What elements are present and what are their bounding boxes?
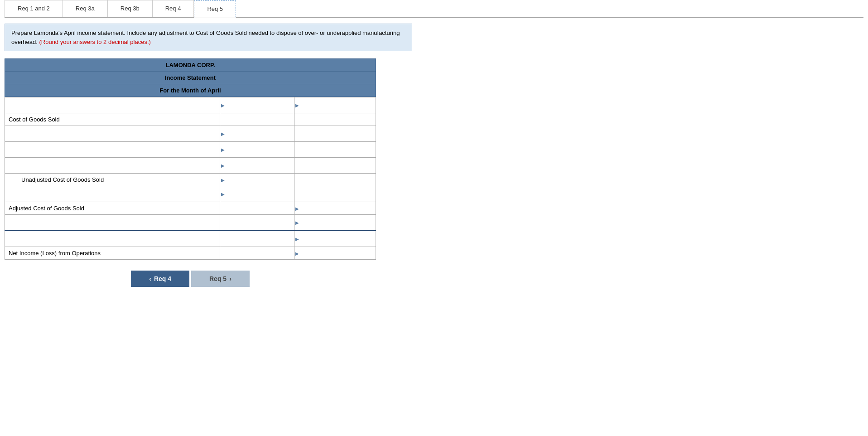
table-row	[5, 215, 376, 231]
tab-req4[interactable]: Req 4	[153, 0, 194, 17]
label-input-row7[interactable]	[9, 188, 216, 200]
right-cell-row1[interactable]	[294, 97, 376, 113]
tab-req12[interactable]: Req 1 and 2	[5, 0, 63, 17]
right-input-row9[interactable]	[294, 215, 376, 230]
mid-cell-row1[interactable]	[220, 97, 294, 113]
label-input-row4[interactable]	[9, 144, 216, 155]
mid-cell-row5[interactable]	[220, 158, 294, 174]
next-button-label: Req 5	[209, 275, 227, 282]
right-input-row4[interactable]	[294, 142, 376, 157]
mid-input-row6[interactable]	[220, 174, 294, 186]
mid-input-row2[interactable]	[220, 113, 294, 126]
label-input-row3[interactable]	[9, 128, 216, 140]
label-input-row1[interactable]	[9, 99, 216, 111]
table-row	[5, 97, 376, 113]
tabs-container: Req 1 and 2Req 3aReq 3bReq 4Req 5	[5, 0, 863, 18]
statement-header: LAMONDA CORP. Income Statement For the M…	[5, 58, 376, 97]
table-row: Adjusted Cost of Goods Sold	[5, 202, 376, 215]
table-row	[5, 126, 376, 142]
instruction-note: (Round your answers to 2 decimal places.…	[39, 39, 150, 45]
row-label-row4	[5, 142, 220, 158]
mid-cell-row10[interactable]	[220, 231, 294, 247]
table-row	[5, 231, 376, 247]
row-label-row7	[5, 186, 220, 202]
mid-input-row1[interactable]	[220, 97, 294, 113]
instruction-box: Prepare Lamonda's April income statement…	[5, 24, 412, 51]
right-input-row7[interactable]	[294, 186, 376, 202]
right-input-row3[interactable]	[294, 126, 376, 141]
mid-cell-row4[interactable]	[220, 142, 294, 158]
table-row	[5, 186, 376, 202]
row-label-row1	[5, 97, 220, 113]
right-input-row2[interactable]	[294, 113, 376, 126]
right-cell-row4[interactable]	[294, 142, 376, 158]
statement-title2: Income Statement	[5, 72, 376, 84]
mid-cell-row3[interactable]	[220, 126, 294, 142]
right-input-row5[interactable]	[294, 158, 376, 173]
row-label-row8: Adjusted Cost of Goods Sold	[5, 202, 220, 215]
row-label-row3	[5, 126, 220, 142]
mid-input-row4[interactable]	[220, 142, 294, 157]
row-label-row2: Cost of Goods Sold	[5, 113, 220, 126]
table-row: Cost of Goods Sold	[5, 113, 376, 126]
right-cell-row5[interactable]	[294, 158, 376, 174]
nav-buttons: ‹ Req 4 Req 5 ›	[5, 271, 376, 287]
statement-title3: For the Month of April	[5, 84, 376, 97]
prev-arrow-icon: ‹	[149, 275, 151, 282]
label-input-row5[interactable]	[9, 160, 216, 171]
next-button[interactable]: Req 5 ›	[191, 271, 250, 287]
mid-input-row3[interactable]	[220, 126, 294, 141]
mid-cell-row6[interactable]	[220, 174, 294, 186]
row-label-row9	[5, 215, 220, 231]
tab-req5[interactable]: Req 5	[194, 0, 236, 18]
right-cell-row10[interactable]	[294, 231, 376, 247]
mid-cell-row8[interactable]	[220, 202, 294, 215]
right-input-row6[interactable]	[294, 174, 376, 186]
right-input-row8[interactable]	[294, 202, 376, 214]
right-cell-row6[interactable]	[294, 174, 376, 186]
statement-wrapper: LAMONDA CORP. Income Statement For the M…	[5, 58, 376, 260]
right-cell-row11[interactable]	[294, 247, 376, 260]
right-cell-row8[interactable]	[294, 202, 376, 215]
mid-input-row8[interactable]	[220, 202, 294, 214]
prev-button[interactable]: ‹ Req 4	[131, 271, 189, 287]
label-input-row9[interactable]	[9, 217, 216, 228]
mid-cell-row11[interactable]	[220, 247, 294, 260]
mid-cell-row2[interactable]	[220, 113, 294, 126]
right-cell-row2[interactable]	[294, 113, 376, 126]
mid-input-row9[interactable]	[220, 215, 294, 230]
table-row	[5, 158, 376, 174]
mid-input-row10[interactable]	[220, 231, 294, 247]
mid-input-row5[interactable]	[220, 158, 294, 173]
right-cell-row9[interactable]	[294, 215, 376, 231]
mid-input-row7[interactable]	[220, 186, 294, 202]
table-row: Net Income (Loss) from Operations	[5, 247, 376, 260]
mid-cell-row9[interactable]	[220, 215, 294, 231]
right-input-row1[interactable]	[294, 97, 376, 113]
right-input-row11[interactable]	[294, 247, 376, 259]
income-statement-table: Cost of Goods SoldUnadjusted Cost of Goo…	[5, 97, 376, 260]
mid-input-row11[interactable]	[220, 247, 294, 259]
right-input-row10[interactable]	[294, 231, 376, 247]
row-label-row6: Unadjusted Cost of Goods Sold	[5, 174, 220, 186]
prev-button-label: Req 4	[154, 275, 171, 282]
row-label-row10	[5, 231, 220, 247]
next-arrow-icon: ›	[229, 275, 231, 282]
mid-cell-row7[interactable]	[220, 186, 294, 202]
right-cell-row3[interactable]	[294, 126, 376, 142]
row-label-row11: Net Income (Loss) from Operations	[5, 247, 220, 260]
statement-title1: LAMONDA CORP.	[5, 59, 376, 72]
tab-req3a[interactable]: Req 3a	[63, 0, 108, 17]
table-row: Unadjusted Cost of Goods Sold	[5, 174, 376, 186]
right-cell-row7[interactable]	[294, 186, 376, 202]
row-label-row5	[5, 158, 220, 174]
table-row	[5, 142, 376, 158]
label-input-row10[interactable]	[9, 233, 216, 245]
tab-req3b[interactable]: Req 3b	[108, 0, 153, 17]
